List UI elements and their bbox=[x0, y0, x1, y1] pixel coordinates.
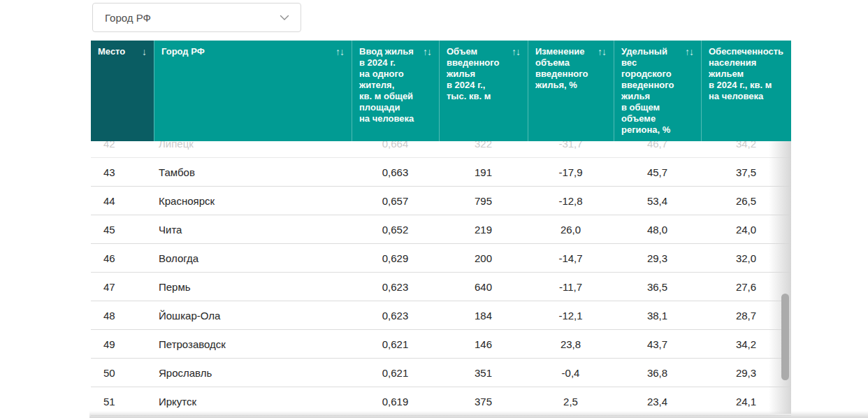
cell-volume: 375 bbox=[439, 396, 528, 408]
cell-share: 36,5 bbox=[614, 281, 701, 293]
sort-toggle-icon: ↑↓ bbox=[685, 46, 693, 57]
table-body: 43Тамбов0,663191-17,945,737,544Красноярс… bbox=[91, 158, 791, 416]
cell-change: -31,7 bbox=[528, 141, 614, 150]
column-header-rank[interactable]: Место↓ bbox=[91, 41, 154, 141]
cell-share: 29,3 bbox=[614, 252, 701, 264]
cell-share: 38,1 bbox=[614, 310, 701, 322]
cell-city: Ярославль bbox=[154, 367, 352, 379]
cell-change: -12,8 bbox=[528, 195, 614, 207]
cell-change: -12,1 bbox=[528, 310, 614, 322]
table-row: 47Пермь0,623640-11,736,527,6 bbox=[91, 273, 791, 301]
cell-share: 36,8 bbox=[614, 367, 701, 379]
cell-change: -17,9 bbox=[528, 166, 614, 178]
cell-volume: 351 bbox=[439, 367, 528, 379]
cell-per_capita: 0,621 bbox=[352, 367, 439, 379]
cell-share: 23,4 bbox=[614, 396, 701, 408]
table-row: 45Чита0,65221926,048,024,0 bbox=[91, 215, 791, 244]
table-row: 43Тамбов0,663191-17,945,737,5 bbox=[91, 158, 791, 187]
cell-volume: 322 bbox=[439, 141, 528, 150]
cell-rank: 49 bbox=[91, 338, 154, 350]
column-header-city[interactable]: Город РФ↑↓ bbox=[154, 41, 352, 141]
cell-per_capita: 0,623 bbox=[352, 281, 439, 293]
cell-provision: 37,5 bbox=[701, 166, 791, 178]
cell-rank: 46 bbox=[91, 252, 154, 264]
sort-toggle-icon: ↑↓ bbox=[335, 46, 344, 57]
cell-rank: 43 bbox=[91, 166, 154, 178]
cities-housing-table: Место↓Город РФ↑↓Ввод жилья в 2024 г. на … bbox=[91, 41, 791, 416]
cell-volume: 184 bbox=[439, 310, 528, 322]
column-header-provision[interactable]: Обеспеченность населения жильем в 2024 г… bbox=[701, 41, 791, 141]
cell-provision: 26,5 bbox=[701, 195, 791, 207]
chevron-down-icon bbox=[278, 11, 291, 24]
cell-rank: 47 bbox=[91, 281, 154, 293]
cell-provision: 34,2 bbox=[701, 141, 791, 150]
table-row: 51Иркутск0,6193752,523,424,1 bbox=[91, 387, 791, 416]
cell-rank: 51 bbox=[91, 396, 154, 408]
column-header-share[interactable]: Удельный вес городского введенного жилья… bbox=[614, 41, 701, 141]
cell-volume: 146 bbox=[439, 338, 528, 350]
cell-city: Иркутск bbox=[154, 396, 352, 408]
column-header-per_capita[interactable]: Ввод жилья в 2024 г. на одного жителя, к… bbox=[352, 41, 439, 141]
cell-rank: 50 bbox=[91, 367, 154, 379]
table-row: 44Красноярск0,657795-12,853,426,5 bbox=[91, 187, 791, 215]
city-filter-dropdown[interactable]: Город РФ bbox=[92, 3, 301, 32]
cell-city: Чита bbox=[154, 224, 352, 236]
cell-rank: 48 bbox=[91, 310, 154, 322]
cell-city: Тамбов bbox=[154, 166, 352, 178]
sort-toggle-icon: ↑↓ bbox=[598, 46, 606, 57]
cell-per_capita: 0,652 bbox=[352, 224, 439, 236]
cell-provision: 32,0 bbox=[701, 252, 791, 264]
table-row: 48Йошкар-Ола0,623184-12,138,128,7 bbox=[91, 301, 791, 330]
cell-per_capita: 0,621 bbox=[352, 338, 439, 350]
cell-change: 26,0 bbox=[528, 224, 614, 236]
cell-provision: 29,3 bbox=[701, 367, 791, 379]
table-row: 42Липецк0,664322-31,746,734,2 bbox=[91, 141, 791, 158]
cell-change: 2,5 bbox=[528, 396, 614, 408]
cell-volume: 640 bbox=[439, 281, 528, 293]
table-header-row: Место↓Город РФ↑↓Ввод жилья в 2024 г. на … bbox=[91, 41, 791, 141]
cell-rank: 45 bbox=[91, 224, 154, 236]
cell-share: 53,4 bbox=[614, 195, 701, 207]
cell-change: 23,8 bbox=[528, 338, 614, 350]
cell-provision: 24,0 bbox=[701, 224, 791, 236]
cell-change: -14,7 bbox=[528, 252, 614, 264]
cell-provision: 34,2 bbox=[701, 338, 791, 350]
cell-volume: 219 bbox=[439, 224, 528, 236]
column-header-label: Ввод жилья в 2024 г. на одного жителя, к… bbox=[359, 46, 435, 124]
cell-per_capita: 0,663 bbox=[352, 166, 439, 178]
cell-per_capita: 0,619 bbox=[352, 396, 439, 408]
cell-per_capita: 0,664 bbox=[352, 141, 439, 150]
cell-city: Йошкар-Ола bbox=[154, 310, 352, 322]
sort-toggle-icon: ↑↓ bbox=[423, 46, 431, 57]
table-row: 49Петрозаводск0,62114623,843,734,2 bbox=[91, 330, 791, 359]
page: Город РФ Место↓Город РФ↑↓Ввод жилья в 20… bbox=[0, 0, 868, 418]
cell-per_capita: 0,657 bbox=[352, 195, 439, 207]
sort-desc-icon: ↓ bbox=[142, 46, 146, 57]
cell-change: -0,4 bbox=[528, 367, 614, 379]
cell-share: 46,7 bbox=[614, 141, 701, 150]
city-filter-value: Город РФ bbox=[105, 12, 151, 24]
cell-share: 43,7 bbox=[614, 338, 701, 350]
cell-city: Вологда bbox=[154, 252, 352, 264]
cell-change: -11,7 bbox=[528, 281, 614, 293]
cell-volume: 191 bbox=[439, 166, 528, 178]
column-header-volume[interactable]: Объем введенного жилья в 2024 г., тыс. к… bbox=[439, 41, 528, 141]
column-header-label: Обеспеченность населения жильем в 2024 г… bbox=[709, 46, 787, 102]
table-row: 50Ярославль0,621351-0,436,829,3 bbox=[91, 359, 791, 387]
cell-volume: 795 bbox=[439, 195, 528, 207]
column-header-change[interactable]: Изменение объема введенного жилья, %↑↓ bbox=[528, 41, 614, 141]
cell-provision: 24,1 bbox=[701, 396, 791, 408]
partially-hidden-row: 42Липецк0,664322-31,746,734,2 bbox=[91, 141, 791, 158]
cell-city: Липецк bbox=[154, 141, 352, 150]
cell-provision: 28,7 bbox=[701, 310, 791, 322]
cell-volume: 200 bbox=[439, 252, 528, 264]
table-row: 46Вологда0,629200-14,729,332,0 bbox=[91, 244, 791, 273]
column-header-label: Удельный вес городского введенного жилья… bbox=[621, 46, 697, 136]
cell-rank: 44 bbox=[91, 195, 154, 207]
cell-provision: 27,6 bbox=[701, 281, 791, 293]
vertical-scrollbar-thumb[interactable] bbox=[781, 294, 789, 380]
column-header-label: Город РФ bbox=[161, 46, 301, 57]
cell-rank: 42 bbox=[91, 141, 154, 150]
cell-per_capita: 0,629 bbox=[352, 252, 439, 264]
cell-city: Пермь bbox=[154, 281, 352, 293]
